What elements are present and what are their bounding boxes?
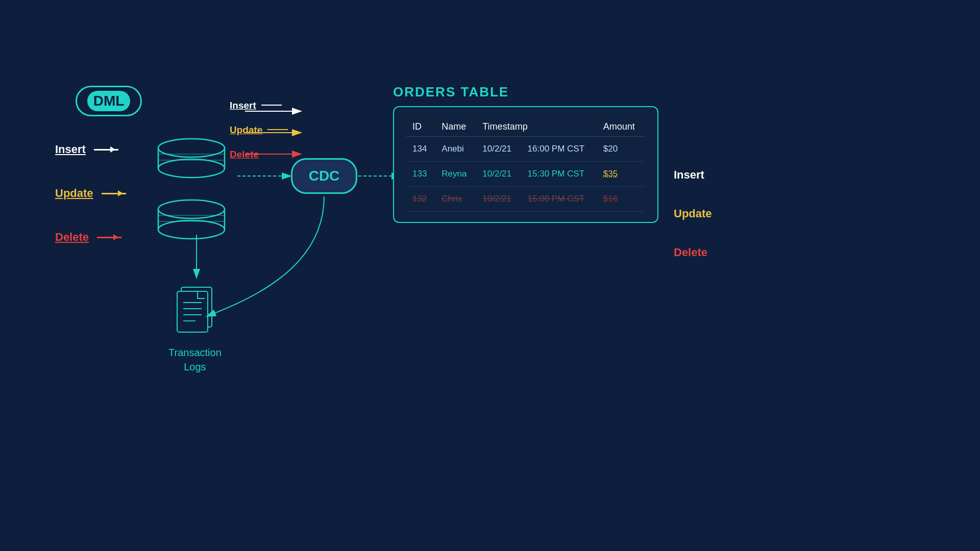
- delete-label-left: Delete: [55, 231, 89, 244]
- update-label-left: Update: [55, 187, 93, 200]
- svg-rect-13: [177, 291, 208, 332]
- insert-operation-left: Insert: [55, 143, 126, 156]
- dml-bubble: DML: [76, 86, 142, 116]
- cdc-delete-label: Delete: [230, 149, 259, 160]
- col-id: ID: [406, 117, 435, 137]
- document-icon: [172, 283, 218, 339]
- cell-name-reyna: Reyna: [435, 162, 476, 187]
- insert-arrow-left: [94, 149, 118, 151]
- col-amount: Amount: [597, 117, 645, 137]
- right-insert-label: Insert: [674, 168, 712, 182]
- col-name: Name: [435, 117, 476, 137]
- dml-operations-left: Insert Update Delete: [55, 143, 126, 244]
- cell-date-1: 10/2/21: [476, 137, 521, 162]
- delete-arrow-left: [97, 237, 121, 238]
- cdc-insert-row: Insert: [230, 100, 288, 111]
- cdc-update-label: Update: [230, 124, 262, 136]
- cdc-delete-arrow: [264, 154, 284, 155]
- right-delete-label: Delete: [674, 246, 712, 259]
- cell-amount-20: $20: [597, 137, 645, 162]
- table-header-row: ID Name Timestamp Amount: [406, 117, 645, 137]
- cell-name-anebi: Anebi: [435, 137, 476, 162]
- cell-amount-35: $35: [597, 162, 645, 187]
- cell-date-3: 10/2/21: [476, 187, 521, 212]
- cell-id-133: 133: [406, 162, 435, 187]
- cdc-update-row: Update: [230, 124, 288, 136]
- cell-date-2: 10/2/21: [476, 162, 521, 187]
- cell-id-134: 134: [406, 137, 435, 162]
- update-operation-left: Update: [55, 187, 126, 200]
- right-update-label: Update: [674, 207, 712, 220]
- transaction-logs-label: TransactionLogs: [168, 345, 222, 374]
- orders-table-section: ORDERS TABLE ID Name Timestamp Amount 13…: [393, 84, 658, 223]
- cell-name-chris: Chris: [435, 187, 476, 212]
- cell-amount-16: $16: [597, 187, 645, 212]
- table-row-insert: 134 Anebi 10/2/21 16:00 PM CST $20: [406, 137, 645, 162]
- table-row-delete: 132 Chris 10/2/21 15:00 PM CST $16: [406, 187, 645, 212]
- delete-operation-left: Delete: [55, 231, 126, 244]
- orders-table-container: ID Name Timestamp Amount 134 Anebi 10/2/…: [393, 106, 658, 223]
- cdc-bubble: CDC: [291, 158, 357, 194]
- cdc-insert-arrow: [261, 105, 282, 106]
- diagram-arrows: [0, 0, 980, 551]
- dml-label: DML: [87, 91, 131, 111]
- cell-time-3: 15:00 PM CST: [522, 187, 597, 212]
- cell-time-2: 15:30 PM CST: [522, 162, 597, 187]
- col-timestamp: Timestamp: [476, 117, 597, 137]
- svg-point-6: [158, 159, 225, 178]
- transaction-logs: TransactionLogs: [168, 283, 222, 374]
- cdc-operation-labels: Insert Update Delete: [230, 100, 288, 160]
- cdc-insert-label: Insert: [230, 100, 256, 111]
- cdc-label: CDC: [309, 168, 340, 184]
- table-row-update: 133 Reyna 10/2/21 15:30 PM CST $35: [406, 162, 645, 187]
- svg-point-0: [158, 220, 225, 239]
- cdc-update-arrow: [267, 129, 288, 130]
- cell-id-132: 132: [406, 187, 435, 212]
- update-arrow-left: [102, 193, 126, 194]
- cell-time-1: 16:00 PM CST: [522, 137, 597, 162]
- cdc-delete-row: Delete: [230, 149, 288, 160]
- orders-table-title: ORDERS TABLE: [393, 84, 658, 100]
- right-operations: Insert Update Delete: [674, 168, 712, 259]
- insert-label-left: Insert: [55, 143, 86, 156]
- orders-table: ID Name Timestamp Amount 134 Anebi 10/2/…: [406, 117, 645, 212]
